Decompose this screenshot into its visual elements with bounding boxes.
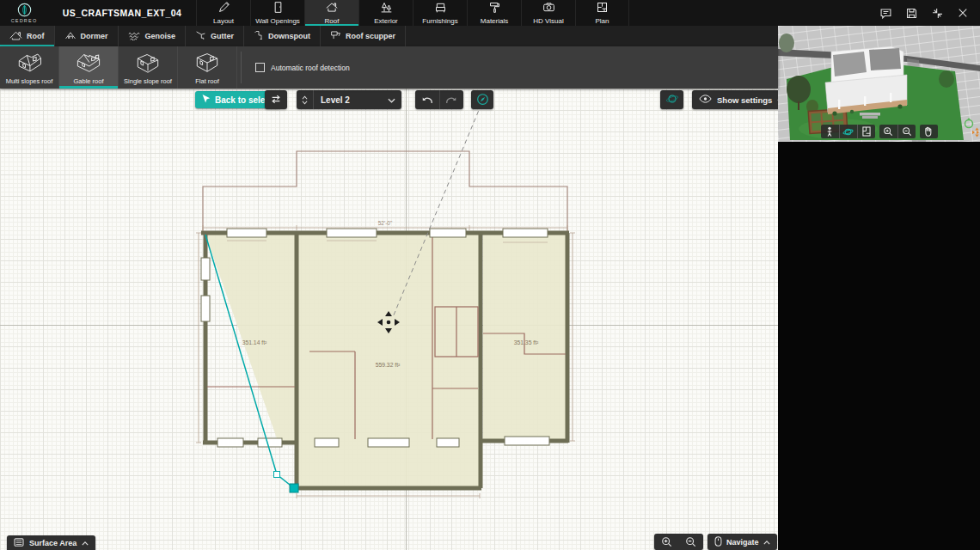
level-value: Level 2 bbox=[314, 95, 388, 105]
chevron-down-icon bbox=[388, 95, 395, 105]
orbit-icon bbox=[665, 93, 679, 107]
blueprint-icon bbox=[596, 1, 609, 15]
pan-hand-button[interactable] bbox=[920, 125, 938, 138]
room-fills bbox=[205, 235, 566, 487]
step-up-icon bbox=[302, 95, 308, 100]
cedreo-logo-icon bbox=[17, 3, 32, 17]
ribbon-separator bbox=[241, 52, 242, 83]
window-actions bbox=[879, 0, 980, 26]
step-down-icon bbox=[302, 101, 308, 105]
single-slope-roof-button[interactable]: Single slope roof bbox=[119, 46, 178, 89]
tab-furnishings[interactable]: Furnishings bbox=[413, 0, 467, 26]
preview-controls bbox=[821, 125, 938, 138]
app-window: CEDREO US_CRAFTSMAN_EXT_04 Layout Wall O… bbox=[0, 0, 980, 550]
roof-icon bbox=[325, 1, 339, 15]
compass-button[interactable] bbox=[471, 90, 493, 109]
project-title: US_CRAFTSMAN_EXT_04 bbox=[48, 0, 196, 26]
navigate-button[interactable]: Navigate bbox=[707, 534, 777, 550]
roof-icon bbox=[9, 30, 22, 42]
cedreo-logo[interactable]: CEDREO bbox=[0, 0, 48, 26]
preview-zoom-in-button[interactable] bbox=[879, 125, 897, 138]
level-stepper[interactable] bbox=[297, 90, 314, 109]
category-dormer[interactable]: Dormer bbox=[55, 26, 119, 46]
swap-icon bbox=[270, 94, 282, 107]
genoise-icon bbox=[128, 31, 141, 42]
category-roof-scupper[interactable]: Roof scupper bbox=[321, 26, 406, 46]
camera-icon bbox=[542, 1, 555, 15]
orbit-view-button-preview[interactable] bbox=[839, 125, 857, 138]
flat-roof-button[interactable]: Flat roof bbox=[178, 46, 237, 89]
slope-end-handle[interactable] bbox=[290, 484, 298, 492]
gable-roof-icon bbox=[75, 51, 102, 76]
multi-slopes-roof-icon bbox=[15, 51, 43, 76]
show-settings-button[interactable]: Show settings bbox=[692, 90, 791, 109]
tab-exterior[interactable]: Exterior bbox=[358, 0, 413, 26]
tab-layout[interactable]: Layout bbox=[196, 0, 250, 26]
chevron-up-icon bbox=[763, 538, 770, 547]
dormer-icon bbox=[64, 30, 77, 42]
checkbox-unchecked[interactable] bbox=[255, 63, 265, 72]
collapse-icon[interactable] bbox=[930, 6, 944, 20]
roof-scupper-icon bbox=[330, 30, 341, 42]
close-icon[interactable] bbox=[956, 6, 970, 20]
roof-category-bar: Roof Dormer Genoise Gutter Downspout bbox=[0, 26, 778, 46]
room-area-right: 351.35 ft² bbox=[514, 339, 539, 345]
chevron-up-icon bbox=[82, 539, 89, 547]
first-person-view-button[interactable] bbox=[821, 125, 839, 138]
comment-icon[interactable] bbox=[879, 6, 892, 20]
save-icon[interactable] bbox=[904, 6, 918, 20]
tab-materials[interactable]: Materials bbox=[467, 0, 521, 26]
zoom-controls bbox=[654, 534, 703, 550]
tab-wall-openings[interactable]: Wall Openings bbox=[250, 0, 304, 26]
swap-tool-button[interactable] bbox=[265, 90, 287, 109]
category-genoise[interactable]: Genoise bbox=[119, 26, 187, 46]
plan-view-button[interactable] bbox=[857, 125, 875, 138]
tab-roof[interactable]: Roof bbox=[304, 0, 358, 26]
door-icon bbox=[272, 1, 285, 15]
category-downspout[interactable]: Downspout bbox=[244, 26, 321, 46]
gable-roof-button[interactable]: Gable roof bbox=[59, 46, 119, 89]
room-area-left: 351.14 ft² bbox=[242, 339, 267, 345]
preview-zoom-out-button[interactable] bbox=[897, 125, 916, 138]
paint-roller-icon bbox=[488, 1, 501, 15]
cursor-icon bbox=[201, 94, 211, 107]
undo-button[interactable] bbox=[415, 90, 439, 109]
automatic-roof-detection-checkbox[interactable]: Automatic roof detection bbox=[245, 46, 350, 89]
zoom-out-button[interactable] bbox=[679, 534, 704, 550]
downspout-icon bbox=[254, 30, 264, 42]
floor-plan[interactable]: 52'-0" 351.14 ft² 559.32 ft² 351.35 ft² bbox=[0, 89, 778, 550]
slope-vertex-handle[interactable] bbox=[274, 472, 280, 478]
redo-button[interactable] bbox=[439, 90, 464, 109]
3d-preview[interactable] bbox=[778, 26, 980, 142]
main-tabs: Layout Wall Openings Roof Exterior bbox=[196, 0, 629, 26]
level-selector[interactable]: Level 2 bbox=[297, 90, 401, 109]
surface-area-button[interactable]: Surface Area bbox=[7, 535, 95, 550]
category-roof[interactable]: Roof bbox=[0, 26, 55, 46]
gutter-icon bbox=[195, 30, 206, 42]
orbit-view-button[interactable] bbox=[660, 90, 683, 109]
brand-name: CEDREO bbox=[11, 18, 38, 23]
compass-icon bbox=[476, 93, 489, 107]
dimension-label-top: 52'-0" bbox=[378, 220, 393, 226]
armchair-icon bbox=[434, 1, 447, 15]
tab-plan[interactable]: Plan bbox=[575, 0, 629, 26]
flat-roof-icon bbox=[193, 51, 221, 76]
trees-icon bbox=[380, 1, 393, 15]
right-panel bbox=[778, 26, 980, 550]
multi-slopes-roof-button[interactable]: Multi slopes roof bbox=[0, 46, 59, 89]
zoom-in-button[interactable] bbox=[654, 534, 679, 550]
room-area-center: 559.32 ft² bbox=[376, 362, 401, 368]
top-bar: CEDREO US_CRAFTSMAN_EXT_04 Layout Wall O… bbox=[0, 0, 980, 26]
roof-type-bar: Multi slopes roof Gable roof Single slop… bbox=[0, 46, 778, 89]
undo-redo-group bbox=[415, 90, 463, 109]
eye-icon bbox=[699, 95, 712, 105]
tab-hd-visual[interactable]: HD Visual bbox=[521, 0, 575, 26]
single-slope-roof-icon bbox=[134, 51, 162, 76]
pencil-icon bbox=[217, 1, 230, 15]
mouse-icon bbox=[714, 536, 722, 548]
category-gutter[interactable]: Gutter bbox=[186, 26, 244, 46]
list-icon bbox=[14, 538, 24, 548]
